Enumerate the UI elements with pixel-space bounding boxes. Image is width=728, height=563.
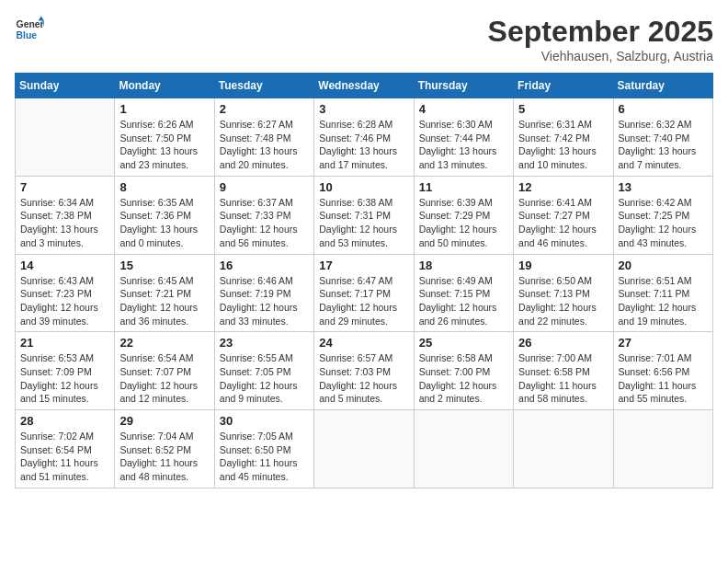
logo: General Blue xyxy=(15,15,44,44)
day-info: Sunrise: 6:42 AMSunset: 7:25 PMDaylight:… xyxy=(619,196,708,250)
day-number: 10 xyxy=(319,180,408,194)
calendar-cell: 13Sunrise: 6:42 AMSunset: 7:25 PMDayligh… xyxy=(613,176,712,254)
calendar-cell xyxy=(613,410,712,488)
day-number: 20 xyxy=(619,259,708,272)
calendar-cell xyxy=(16,98,115,177)
day-info: Sunrise: 7:02 AMSunset: 6:54 PMDaylight:… xyxy=(20,430,109,484)
weekday-header-sunday: Sunday xyxy=(16,74,115,98)
calendar-cell: 19Sunrise: 6:50 AMSunset: 7:13 PMDayligh… xyxy=(514,254,613,332)
day-number: 30 xyxy=(220,414,309,428)
day-info: Sunrise: 6:27 AMSunset: 7:48 PMDaylight:… xyxy=(220,118,309,172)
day-number: 12 xyxy=(518,180,608,194)
title-area: September 2025 Viehhausen, Salzburg, Aus… xyxy=(488,15,713,63)
weekday-header-thursday: Thursday xyxy=(414,74,513,98)
svg-text:General: General xyxy=(17,19,44,29)
day-number: 29 xyxy=(119,414,209,428)
day-number: 24 xyxy=(319,336,408,350)
day-number: 8 xyxy=(119,180,209,194)
day-info: Sunrise: 6:41 AMSunset: 7:27 PMDaylight:… xyxy=(518,196,608,250)
calendar-cell: 24Sunrise: 6:57 AMSunset: 7:03 PMDayligh… xyxy=(314,332,414,410)
weekday-header-saturday: Saturday xyxy=(613,74,712,98)
day-info: Sunrise: 6:35 AMSunset: 7:36 PMDaylight:… xyxy=(119,196,209,250)
day-info: Sunrise: 6:38 AMSunset: 7:31 PMDaylight:… xyxy=(319,196,408,250)
day-number: 7 xyxy=(20,180,109,194)
calendar-cell xyxy=(314,410,414,488)
day-number: 21 xyxy=(20,336,109,350)
day-number: 27 xyxy=(619,336,708,350)
day-info: Sunrise: 6:55 AMSunset: 7:05 PMDaylight:… xyxy=(220,351,309,406)
calendar-cell: 7Sunrise: 6:34 AMSunset: 7:38 PMDaylight… xyxy=(16,176,115,254)
weekday-header-row: SundayMondayTuesdayWednesdayThursdayFrid… xyxy=(16,74,713,98)
day-info: Sunrise: 6:47 AMSunset: 7:17 PMDaylight:… xyxy=(319,274,408,328)
day-number: 17 xyxy=(319,259,408,272)
day-number: 5 xyxy=(518,102,608,116)
day-info: Sunrise: 6:45 AMSunset: 7:21 PMDaylight:… xyxy=(119,274,209,328)
svg-text:Blue: Blue xyxy=(17,30,38,40)
calendar-cell: 16Sunrise: 6:46 AMSunset: 7:19 PMDayligh… xyxy=(214,254,313,332)
day-info: Sunrise: 6:57 AMSunset: 7:03 PMDaylight:… xyxy=(319,351,408,406)
week-row-4: 21Sunrise: 6:53 AMSunset: 7:09 PMDayligh… xyxy=(16,332,713,410)
day-info: Sunrise: 6:51 AMSunset: 7:11 PMDaylight:… xyxy=(619,274,708,328)
week-row-5: 28Sunrise: 7:02 AMSunset: 6:54 PMDayligh… xyxy=(16,410,713,488)
weekday-header-tuesday: Tuesday xyxy=(214,74,313,98)
week-row-3: 14Sunrise: 6:43 AMSunset: 7:23 PMDayligh… xyxy=(16,254,713,332)
calendar-cell: 22Sunrise: 6:54 AMSunset: 7:07 PMDayligh… xyxy=(115,332,214,410)
calendar-cell: 11Sunrise: 6:39 AMSunset: 7:29 PMDayligh… xyxy=(414,176,513,254)
month-title: September 2025 xyxy=(488,15,713,49)
day-number: 25 xyxy=(419,336,508,350)
calendar-cell: 5Sunrise: 6:31 AMSunset: 7:42 PMDaylight… xyxy=(514,98,613,177)
week-row-2: 7Sunrise: 6:34 AMSunset: 7:38 PMDaylight… xyxy=(16,176,713,254)
calendar-cell: 29Sunrise: 7:04 AMSunset: 6:52 PMDayligh… xyxy=(115,410,214,488)
day-info: Sunrise: 6:39 AMSunset: 7:29 PMDaylight:… xyxy=(419,196,508,250)
weekday-header-friday: Friday xyxy=(514,74,613,98)
day-info: Sunrise: 6:37 AMSunset: 7:33 PMDaylight:… xyxy=(220,196,309,250)
calendar-cell: 9Sunrise: 6:37 AMSunset: 7:33 PMDaylight… xyxy=(214,176,313,254)
calendar-cell: 8Sunrise: 6:35 AMSunset: 7:36 PMDaylight… xyxy=(115,176,214,254)
day-info: Sunrise: 6:43 AMSunset: 7:23 PMDaylight:… xyxy=(20,274,109,328)
day-number: 16 xyxy=(220,259,309,272)
calendar-cell: 21Sunrise: 6:53 AMSunset: 7:09 PMDayligh… xyxy=(16,332,115,410)
day-number: 3 xyxy=(319,102,408,116)
day-info: Sunrise: 6:53 AMSunset: 7:09 PMDaylight:… xyxy=(20,351,109,406)
day-number: 9 xyxy=(220,180,309,194)
day-info: Sunrise: 6:58 AMSunset: 7:00 PMDaylight:… xyxy=(419,351,508,406)
day-info: Sunrise: 6:46 AMSunset: 7:19 PMDaylight:… xyxy=(220,274,309,328)
day-info: Sunrise: 6:49 AMSunset: 7:15 PMDaylight:… xyxy=(419,274,508,328)
calendar-table: SundayMondayTuesdayWednesdayThursdayFrid… xyxy=(15,73,713,488)
day-info: Sunrise: 6:26 AMSunset: 7:50 PMDaylight:… xyxy=(119,118,209,172)
day-info: Sunrise: 6:50 AMSunset: 7:13 PMDaylight:… xyxy=(518,274,608,328)
day-number: 26 xyxy=(518,336,608,350)
day-info: Sunrise: 7:05 AMSunset: 6:50 PMDaylight:… xyxy=(220,430,309,484)
calendar-cell xyxy=(514,410,613,488)
day-info: Sunrise: 6:32 AMSunset: 7:40 PMDaylight:… xyxy=(619,118,708,172)
calendar-cell: 23Sunrise: 6:55 AMSunset: 7:05 PMDayligh… xyxy=(214,332,313,410)
day-info: Sunrise: 6:28 AMSunset: 7:46 PMDaylight:… xyxy=(319,118,408,172)
day-number: 28 xyxy=(20,414,109,428)
day-number: 19 xyxy=(518,259,608,272)
calendar-cell: 18Sunrise: 6:49 AMSunset: 7:15 PMDayligh… xyxy=(414,254,513,332)
calendar-cell: 28Sunrise: 7:02 AMSunset: 6:54 PMDayligh… xyxy=(16,410,115,488)
day-number: 15 xyxy=(119,259,209,272)
svg-marker-2 xyxy=(39,17,44,21)
calendar-cell: 15Sunrise: 6:45 AMSunset: 7:21 PMDayligh… xyxy=(115,254,214,332)
calendar-cell: 14Sunrise: 6:43 AMSunset: 7:23 PMDayligh… xyxy=(16,254,115,332)
day-number: 22 xyxy=(119,336,209,350)
weekday-header-wednesday: Wednesday xyxy=(314,74,414,98)
day-number: 13 xyxy=(619,180,708,194)
day-info: Sunrise: 6:54 AMSunset: 7:07 PMDaylight:… xyxy=(119,351,209,406)
calendar-cell: 26Sunrise: 7:00 AMSunset: 6:58 PMDayligh… xyxy=(514,332,613,410)
weekday-header-monday: Monday xyxy=(115,74,214,98)
calendar-cell: 6Sunrise: 6:32 AMSunset: 7:40 PMDaylight… xyxy=(613,98,712,177)
day-info: Sunrise: 6:34 AMSunset: 7:38 PMDaylight:… xyxy=(20,196,109,250)
day-number: 23 xyxy=(220,336,309,350)
week-row-1: 1Sunrise: 6:26 AMSunset: 7:50 PMDaylight… xyxy=(16,98,713,177)
day-info: Sunrise: 7:00 AMSunset: 6:58 PMDaylight:… xyxy=(518,351,608,406)
calendar-cell: 30Sunrise: 7:05 AMSunset: 6:50 PMDayligh… xyxy=(214,410,313,488)
location-title: Viehhausen, Salzburg, Austria xyxy=(488,49,713,63)
calendar-cell: 25Sunrise: 6:58 AMSunset: 7:00 PMDayligh… xyxy=(414,332,513,410)
day-number: 2 xyxy=(220,102,309,116)
calendar-cell: 27Sunrise: 7:01 AMSunset: 6:56 PMDayligh… xyxy=(613,332,712,410)
logo-icon: General Blue xyxy=(15,15,44,44)
calendar-cell: 12Sunrise: 6:41 AMSunset: 7:27 PMDayligh… xyxy=(514,176,613,254)
day-info: Sunrise: 6:31 AMSunset: 7:42 PMDaylight:… xyxy=(518,118,608,172)
